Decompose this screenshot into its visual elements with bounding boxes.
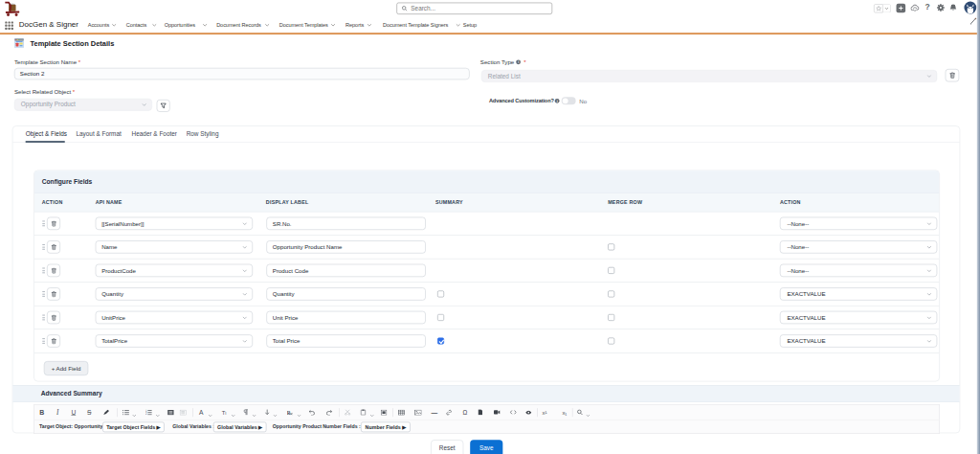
svg-text:R: R	[287, 410, 291, 416]
svg-text:2: 2	[145, 412, 147, 415]
